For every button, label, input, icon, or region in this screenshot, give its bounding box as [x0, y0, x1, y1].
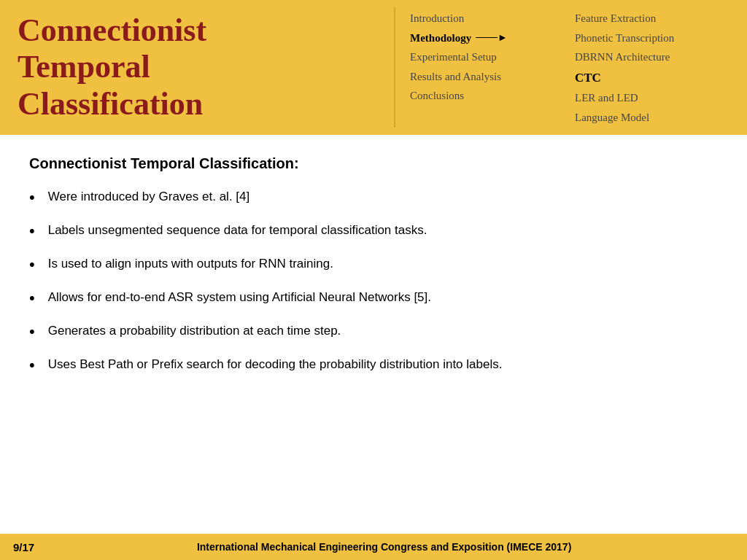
nav-results[interactable]: Results and Analysis	[410, 69, 568, 85]
nav-language-model[interactable]: Language Model	[575, 109, 732, 126]
bullet-dot: •	[29, 190, 35, 206]
bullet-text: Uses Best Path or Prefix search for deco…	[48, 356, 503, 373]
presentation-title: Connectionist Temporal Classification	[18, 12, 206, 123]
nav-col-2: Feature Extraction Phonetic Transcriptio…	[568, 10, 732, 125]
bullet-dot: •	[29, 324, 35, 340]
bullet-dot: •	[29, 223, 35, 239]
bullet-list: • Were introduced by Graves et. al. [4] …	[29, 188, 718, 373]
bullet-text: Labels unsegmented sequence data for tem…	[48, 222, 427, 239]
list-item: • Labels unsegmented sequence data for t…	[29, 222, 718, 239]
list-item: • Were introduced by Graves et. al. [4]	[29, 188, 718, 206]
nav-col-1: Introduction Methodology ───► Experiment…	[410, 10, 568, 125]
header-nav: Introduction Methodology ───► Experiment…	[395, 0, 747, 135]
bullet-text: Is used to align inputs with outputs for…	[48, 255, 333, 273]
nav-ctc[interactable]: CTC	[575, 69, 732, 88]
header-left: Connectionist Temporal Classification	[0, 0, 394, 135]
header: Connectionist Temporal Classification In…	[0, 0, 747, 135]
conference-name: International Mechanical Engineering Con…	[34, 541, 734, 553]
nav-feature-extraction[interactable]: Feature Extraction	[575, 10, 732, 27]
bullet-text: Generates a probability distribution at …	[48, 322, 341, 340]
bullet-dot: •	[29, 290, 35, 306]
nav-ler-led[interactable]: LER and LED	[575, 90, 732, 106]
nav-conclusions[interactable]: Conclusions	[410, 88, 568, 104]
nav-experimental-setup[interactable]: Experimental Setup	[410, 49, 568, 66]
nav-phonetic-transcription[interactable]: Phonetic Transcription	[575, 30, 732, 47]
page-number: 9/17	[13, 541, 34, 553]
bullet-dot: •	[29, 357, 35, 373]
bullet-dot: •	[29, 257, 35, 273]
nav-methodology[interactable]: Methodology ───►	[410, 30, 568, 47]
list-item: • Is used to align inputs with outputs f…	[29, 255, 718, 273]
nav-dbrnn[interactable]: DBRNN Architecture	[575, 49, 732, 66]
footer: 9/17 International Mechanical Engineerin…	[0, 534, 747, 560]
nav-introduction[interactable]: Introduction	[410, 10, 568, 27]
list-item: • Generates a probability distribution a…	[29, 322, 718, 340]
slide-title: Connectionist Temporal Classification:	[29, 155, 718, 172]
bullet-text: Were introduced by Graves et. al. [4]	[48, 188, 250, 206]
bullet-text: Allows for end-to-end ASR system using A…	[48, 289, 431, 306]
list-item: • Allows for end-to-end ASR system using…	[29, 289, 718, 306]
main-content: Connectionist Temporal Classification: •…	[0, 135, 747, 404]
list-item: • Uses Best Path or Prefix search for de…	[29, 356, 718, 373]
